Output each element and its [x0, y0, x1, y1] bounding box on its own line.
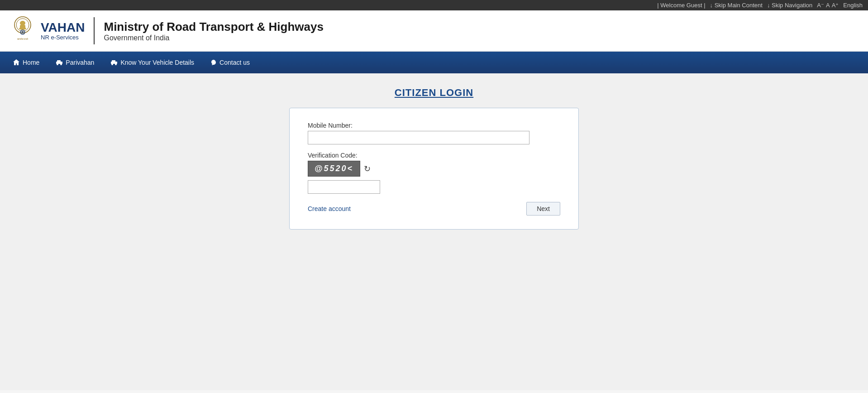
- verification-code-group: Verification Code: @5520< ↻: [308, 152, 560, 194]
- svg-rect-18: [112, 60, 115, 62]
- header-divider: [94, 17, 95, 44]
- font-size-controls: A⁻ A A⁺: [817, 2, 839, 9]
- create-account-link[interactable]: Create account: [308, 205, 351, 212]
- captcha-row: @5520< ↻: [308, 161, 560, 177]
- page-title: CITIZEN LOGIN: [395, 87, 473, 99]
- vahan-subtitle: NR e-Services: [41, 34, 85, 41]
- emblem-icon: सत्यमेव जयते: [9, 15, 36, 47]
- site-header: सत्यमेव जयते VAHAN NR e-Services Ministr…: [0, 10, 868, 52]
- nav-home-label: Home: [23, 59, 39, 66]
- top-bar: | Welcome Guest | ↓ Skip Main Content ↓ …: [0, 0, 868, 10]
- captcha-display: @5520<: [308, 161, 360, 177]
- language-selector[interactable]: English: [843, 2, 863, 9]
- font-small-icon[interactable]: A⁻: [817, 2, 824, 9]
- main-navbar: Home Parivahan Know Your Vehicle Details…: [0, 52, 868, 73]
- nav-contact-label: Contact us: [219, 59, 250, 66]
- skip-navigation-link[interactable]: ↓ Skip Navigation: [767, 2, 812, 9]
- refresh-captcha-icon[interactable]: ↻: [364, 164, 371, 174]
- nav-parivahan[interactable]: Parivahan: [48, 52, 102, 73]
- nav-home[interactable]: Home: [5, 52, 48, 73]
- svg-text:सत्यमेव जयते: सत्यमेव जयते: [17, 38, 28, 40]
- home-icon: [13, 59, 20, 66]
- welcome-text: | Welcome Guest |: [657, 2, 705, 9]
- login-box: Mobile Number: Verification Code: @5520<…: [289, 108, 579, 230]
- car-icon: [110, 59, 118, 66]
- nav-parivahan-label: Parivahan: [66, 59, 94, 66]
- nav-contact-us[interactable]: Contact us: [202, 52, 258, 73]
- font-large-icon[interactable]: A⁺: [832, 2, 839, 9]
- svg-point-2: [20, 21, 25, 25]
- ministry-title: Ministry of Road Transport & Highways: [104, 20, 323, 34]
- mobile-input[interactable]: [308, 131, 529, 144]
- mobile-label: Mobile Number:: [308, 122, 560, 129]
- svg-rect-14: [57, 60, 61, 62]
- contact-icon: [210, 59, 217, 66]
- header-title-block: Ministry of Road Transport & Highways Go…: [104, 20, 323, 42]
- mobile-number-group: Mobile Number:: [308, 122, 560, 144]
- main-content: CITIZEN LOGIN Mobile Number: Verificatio…: [0, 73, 868, 390]
- svg-point-4: [19, 27, 26, 30]
- nav-know-vehicle-label: Know Your Vehicle Details: [120, 59, 194, 66]
- next-button[interactable]: Next: [526, 202, 560, 216]
- vahan-brand: VAHAN NR e-Services: [41, 21, 85, 41]
- form-actions: Create account Next: [308, 202, 560, 216]
- header-logo: सत्यमेव जयते VAHAN NR e-Services Ministr…: [9, 15, 324, 47]
- parivahan-icon: [56, 59, 63, 66]
- vahan-title: VAHAN: [41, 21, 85, 34]
- skip-main-content-link[interactable]: ↓ Skip Main Content: [710, 2, 763, 9]
- ministry-subtitle: Government of India: [104, 34, 323, 42]
- captcha-input[interactable]: [308, 180, 380, 194]
- font-normal-icon[interactable]: A: [826, 2, 830, 9]
- verification-label: Verification Code:: [308, 152, 560, 159]
- nav-know-vehicle[interactable]: Know Your Vehicle Details: [102, 52, 202, 73]
